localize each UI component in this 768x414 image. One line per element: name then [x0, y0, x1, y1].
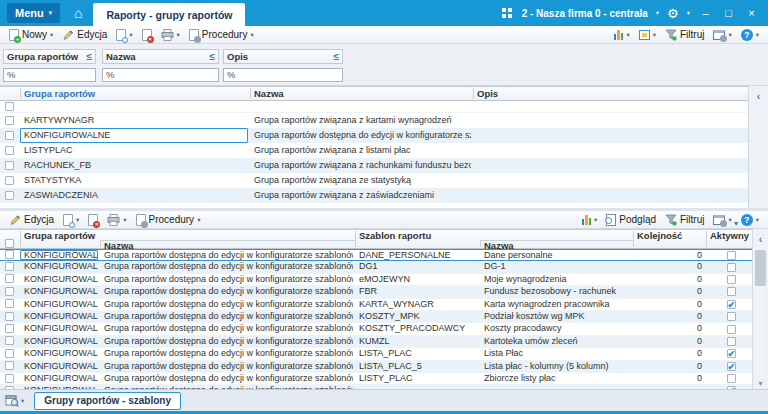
layout-button[interactable]: ▾ — [5, 394, 24, 407]
open-preview-button[interactable]: ▾ — [112, 28, 136, 42]
new-button[interactable]: + Nowy ▾ — [5, 28, 57, 42]
row-checkbox[interactable] — [5, 116, 14, 125]
filter-input-group[interactable]: % — [3, 68, 96, 82]
grid-settings-button[interactable]: ▾ — [709, 29, 735, 41]
select-all-checkbox[interactable] — [5, 102, 14, 111]
row-checkbox[interactable] — [5, 287, 14, 296]
table-row[interactable]: RACHUNEK_FBGrupa raportów związana z rac… — [0, 158, 748, 173]
column-header-template[interactable]: Szablon raportu — [359, 230, 431, 241]
table-row[interactable]: LISTYPLACGrupa raportów związana z lista… — [0, 143, 748, 158]
active-checkbox[interactable] — [727, 251, 736, 260]
menu-button[interactable]: Menu ▾ — [7, 3, 60, 23]
operator-icon[interactable]: ≤ — [334, 51, 340, 62]
filter-button[interactable]: Filtruj — [661, 213, 708, 227]
active-checkbox[interactable] — [727, 325, 736, 334]
table-row[interactable]: ZASWIADCZENIAGrupa raportów związana z z… — [0, 188, 748, 203]
chevron-down-icon[interactable]: ▾ — [656, 9, 659, 17]
column-header-group[interactable]: Grupa raportów — [24, 88, 95, 99]
row-checkbox[interactable] — [5, 161, 14, 170]
gear-icon[interactable]: ⚙ — [667, 6, 679, 21]
filter-header-desc[interactable]: Opis ≤ — [223, 49, 343, 64]
active-checkbox[interactable] — [727, 287, 736, 296]
scrollbar-thumb[interactable] — [755, 250, 766, 286]
table-row[interactable]: KONFIGUROWALNEGrupa raportów dostępna do… — [0, 361, 752, 373]
active-checkbox[interactable] — [727, 374, 736, 383]
active-checkbox[interactable] — [727, 275, 736, 284]
select-all-checkbox[interactable] — [5, 239, 14, 248]
row-checkbox[interactable] — [5, 349, 14, 358]
column-header-active[interactable]: Aktywny — [710, 230, 749, 241]
active-checkbox[interactable]: ✔ — [727, 362, 736, 371]
preview-button[interactable]: Podgląd — [602, 213, 660, 227]
open-preview-button[interactable]: ▾ — [59, 213, 83, 227]
row-checkbox[interactable] — [5, 274, 14, 283]
row-checkbox[interactable] — [5, 250, 14, 259]
delete-button[interactable]: × — [138, 28, 156, 42]
table-row[interactable]: KONFIGUROWALNEGrupa raportów dostępna do… — [0, 128, 748, 143]
filter-input-desc[interactable]: % — [223, 68, 343, 82]
company-selector[interactable]: 2 - Nasza firma 0 - centrala — [522, 8, 648, 19]
maximize-button[interactable]: □ — [721, 7, 736, 19]
table-row[interactable]: KONFIGUROWALNEGrupa raportów dostępna do… — [0, 311, 752, 323]
table-row[interactable]: KONFIGUROWALNEGrupa raportów dostępna do… — [0, 323, 752, 335]
active-checkbox[interactable]: ✔ — [727, 300, 736, 309]
table-row[interactable]: KONFIGUROWALNEGrupa raportów dostępna do… — [0, 336, 752, 348]
row-checkbox[interactable] — [5, 146, 14, 155]
table-row[interactable]: KONFIGUROWALNEGrupa raportów dostępna do… — [0, 348, 752, 360]
row-checkbox[interactable] — [5, 324, 14, 333]
table-row[interactable]: KONFIGUROWALNEGrupa raportów dostępna do… — [0, 274, 752, 286]
chevron-down-icon[interactable]: ▾ — [687, 9, 690, 17]
edit-button[interactable]: Edycja — [58, 28, 111, 42]
row-checkbox[interactable] — [5, 336, 14, 345]
column-header-group[interactable]: Grupa raportów — [24, 230, 95, 241]
help-button[interactable]: ? ▾ — [737, 213, 763, 227]
row-checkbox[interactable] — [5, 176, 14, 185]
collapse-panel-icon[interactable]: ‹ — [759, 234, 762, 245]
collapse-panel-icon[interactable]: ‹ — [757, 91, 760, 102]
close-button[interactable]: × — [744, 7, 759, 19]
row-checkbox[interactable] — [5, 312, 14, 321]
procedures-button[interactable]: Procedury ▾ — [132, 213, 205, 227]
active-checkbox[interactable] — [727, 263, 736, 272]
table-row[interactable]: STATYSTYKAGrupa raportów związana ze sta… — [0, 173, 748, 188]
edit-button[interactable]: Edycja — [5, 213, 58, 227]
home-icon[interactable]: ⌂ — [74, 0, 82, 26]
table-row[interactable]: KONFIGUROWALNEGrupa raportów dostępna do… — [0, 299, 752, 311]
print-button[interactable]: ▾ — [103, 213, 130, 227]
minimize-button[interactable]: – — [698, 7, 713, 19]
column-header-order[interactable]: Kolejność — [637, 230, 682, 241]
filter-input-name[interactable]: % — [102, 68, 219, 82]
row-checkbox[interactable] — [5, 374, 14, 383]
row-checkbox[interactable] — [5, 191, 14, 200]
active-checkbox[interactable] — [727, 337, 736, 346]
help-button[interactable]: ? ▾ — [737, 28, 763, 42]
operator-icon[interactable]: ≤ — [87, 51, 93, 62]
grid-new-row[interactable] — [0, 101, 748, 113]
apps-grid-icon[interactable] — [502, 8, 512, 18]
filter-button[interactable]: Filtruj — [661, 28, 708, 42]
active-checkbox[interactable]: ✔ — [727, 349, 736, 358]
operator-icon[interactable]: ≤ — [210, 51, 216, 62]
row-checkbox[interactable] — [5, 262, 14, 271]
delete-button[interactable]: × — [84, 213, 102, 227]
filter-header-group[interactable]: Grupa raportów ≤ — [3, 49, 96, 64]
views-button[interactable]: ▾ — [635, 29, 660, 41]
column-header-desc[interactable]: Opis — [477, 88, 498, 99]
row-checkbox[interactable] — [5, 361, 14, 370]
table-row[interactable]: KARTYWYNAGRGrupa raportów związana z kar… — [0, 113, 748, 128]
row-checkbox[interactable] — [5, 299, 14, 308]
row-checkbox[interactable] — [5, 131, 14, 140]
table-row[interactable]: KONFIGUROWALNEGrupa raportów dostępna do… — [0, 249, 752, 261]
procedures-button[interactable]: Procedury ▾ — [185, 28, 258, 42]
active-checkbox[interactable] — [727, 312, 736, 321]
table-row[interactable]: KONFIGUROWALNEGrupa raportów dostępna do… — [0, 261, 752, 273]
chart-button[interactable]: ▾ — [578, 214, 602, 226]
print-button[interactable]: ▾ — [157, 28, 184, 42]
table-row[interactable]: KONFIGUROWALNEGrupa raportów dostępna do… — [0, 286, 752, 298]
grid-settings-button[interactable]: ▾ — [709, 214, 735, 226]
bottom-tab-templates[interactable]: Grupy raportów - szablony — [34, 392, 181, 410]
filter-header-name[interactable]: Nazwa ≤ — [102, 49, 219, 64]
column-header-name[interactable]: Nazwa — [254, 88, 284, 99]
chart-button[interactable]: ▾ — [610, 29, 634, 41]
tab-raporty-grupy-raportow[interactable]: Raporty - grupy raportów — [93, 3, 245, 26]
